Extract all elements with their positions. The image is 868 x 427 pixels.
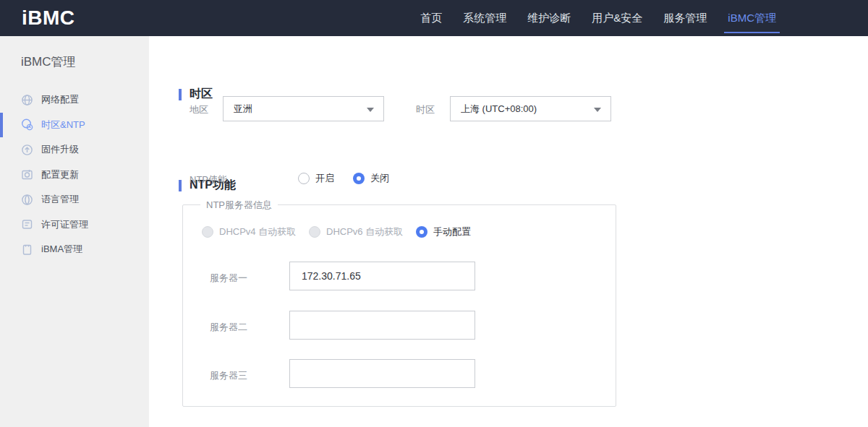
sidebar-item-label: 配置更新: [41, 168, 79, 181]
timezone-ntp-icon: [21, 118, 33, 131]
nav-item-maintenance-diagnostics[interactable]: 维护诊断: [527, 0, 571, 36]
sidebar-item-label: 语言管理: [41, 193, 79, 206]
ibmc-logo: iBMC: [22, 7, 75, 30]
timezone-section-header: 时区: [179, 87, 213, 102]
timezone-label: 时区: [416, 103, 435, 116]
ntp-enable-label: NTP使能: [190, 173, 227, 186]
sidebar-item-ibma-management[interactable]: iBMA管理: [0, 237, 149, 262]
sidebar-title: iBMC管理: [0, 36, 149, 70]
sidebar: iBMC管理 网络配置 时区&NTP 固件升级 配置更新: [0, 36, 149, 427]
sidebar-item-network-config[interactable]: 网络配置: [0, 87, 149, 113]
timezone-select[interactable]: 上海 (UTC+08:00): [450, 96, 611, 121]
radio-disabled-icon: [309, 226, 320, 238]
server-one-input[interactable]: [289, 262, 475, 290]
main-content: 时区 地区 亚洲 时区 上海 (UTC+08:00) NTP功能 NTP使能 开…: [149, 36, 868, 427]
radio-disabled-icon: [202, 226, 213, 238]
top-nav: 首页 系统管理 维护诊断 用户&安全 服务管理 iBMC管理: [420, 0, 776, 36]
nav-item-user-security[interactable]: 用户&安全: [592, 0, 642, 36]
firmware-upgrade-icon: [21, 144, 33, 156]
config-update-icon: [21, 168, 33, 181]
sidebar-item-label: 时区&NTP: [41, 118, 85, 131]
license-icon: [21, 218, 33, 230]
sidebar-item-timezone-ntp[interactable]: 时区&NTP: [0, 113, 149, 138]
dhcpv6-auto-radio: DHCPv6 自动获取: [309, 225, 403, 238]
timezone-section-title: 时区: [190, 87, 213, 102]
timezone-select-value: 上海 (UTC+08:00): [461, 103, 537, 116]
nav-item-ibmc-management[interactable]: iBMC管理: [728, 0, 776, 36]
region-select-value: 亚洲: [234, 103, 252, 116]
nav-item-system-management[interactable]: 系统管理: [463, 0, 506, 36]
section-accent-bar: [179, 180, 182, 191]
sidebar-item-config-update[interactable]: 配置更新: [0, 163, 149, 188]
nav-item-home[interactable]: 首页: [420, 0, 442, 36]
server-two-label: 服务器二: [210, 321, 247, 334]
server-one-label: 服务器一: [210, 272, 247, 285]
ntp-enable-on-radio[interactable]: 开启: [298, 172, 334, 185]
sidebar-item-label: 固件升级: [41, 143, 79, 156]
chevron-down-icon: [594, 108, 601, 112]
radio-checked-icon: [416, 226, 427, 238]
server-three-input[interactable]: [289, 359, 475, 388]
radio-label: 开启: [315, 172, 334, 185]
radio-label: DHCPv4 自动获取: [219, 225, 296, 238]
topbar: iBMC 首页 系统管理 维护诊断 用户&安全 服务管理 iBMC管理: [0, 0, 868, 36]
radio-label: 手动配置: [433, 225, 471, 238]
dhcpv4-auto-radio: DHCPv4 自动获取: [202, 225, 296, 238]
radio-label: DHCPv6 自动获取: [326, 225, 403, 238]
sidebar-item-label: iBMA管理: [41, 243, 82, 256]
radio-unchecked-icon: [298, 173, 310, 184]
language-icon: [21, 194, 33, 206]
sidebar-item-label: 许可证管理: [41, 218, 88, 231]
radio-label: 关闭: [370, 172, 389, 185]
server-two-input[interactable]: [289, 311, 475, 340]
nav-item-service-management[interactable]: 服务管理: [663, 0, 707, 36]
server-three-label: 服务器三: [210, 369, 247, 382]
network-icon: [21, 94, 33, 106]
region-select[interactable]: 亚洲: [223, 96, 384, 121]
ntp-server-group-legend: NTP服务器信息: [200, 199, 278, 212]
ntp-enable-off-radio[interactable]: 关闭: [353, 172, 389, 185]
region-label: 地区: [190, 103, 208, 116]
sidebar-item-label: 网络配置: [41, 93, 79, 106]
ibma-icon: [21, 243, 33, 256]
sidebar-item-license-management[interactable]: 许可证管理: [0, 212, 149, 238]
sidebar-item-language-management[interactable]: 语言管理: [0, 187, 149, 212]
section-accent-bar: [179, 89, 182, 100]
radio-checked-icon: [353, 173, 365, 184]
sidebar-item-firmware-upgrade[interactable]: 固件升级: [0, 137, 149, 163]
sidebar-menu: 网络配置 时区&NTP 固件升级 配置更新 语言管理: [0, 87, 149, 262]
manual-config-radio[interactable]: 手动配置: [416, 225, 471, 238]
chevron-down-icon: [367, 108, 374, 112]
